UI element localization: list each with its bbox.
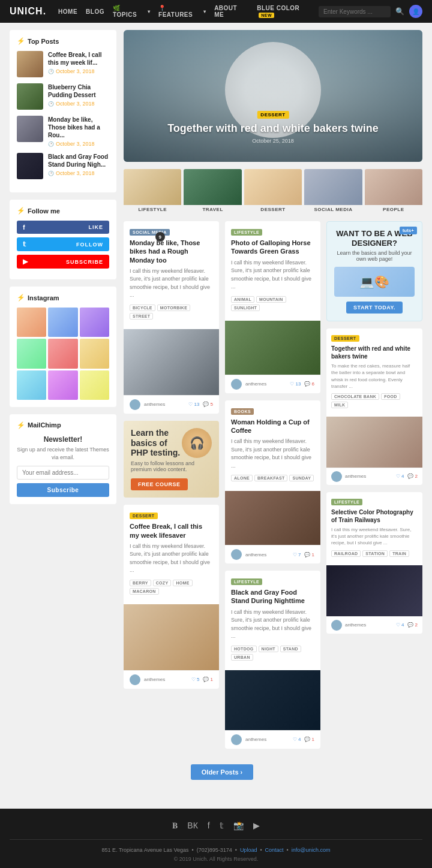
post-image[interactable] xyxy=(124,329,219,395)
tag[interactable]: ALONE xyxy=(231,475,253,481)
tag[interactable]: MOUNTAIN xyxy=(256,296,286,303)
post-image[interactable] xyxy=(124,604,219,670)
site-logo[interactable]: UNICH. xyxy=(10,6,46,17)
like-count: ♡ 4 xyxy=(293,737,301,742)
tag[interactable]: HOME xyxy=(173,580,192,586)
tag[interactable]: NIGHT xyxy=(259,646,278,652)
tag[interactable]: URBAN xyxy=(231,654,253,661)
behance-icon[interactable]: 𝐁 xyxy=(172,821,178,831)
post-category-badge[interactable]: LIFESTYLE xyxy=(231,229,262,236)
instagram-photo[interactable] xyxy=(17,339,46,368)
vk-icon[interactable]: ВК xyxy=(187,821,198,831)
post-card: SOCIAL MEDIA 9 Monday be like, Those bik… xyxy=(124,221,219,414)
post-card: LIFESTYLE Black and Gray Food Stand Duri… xyxy=(225,571,320,749)
tuts-ad-banner: tuts+ WANT TO BE A WEB DESIGNER? Learn t… xyxy=(326,221,422,321)
post-category-badge[interactable]: DESSERT xyxy=(331,335,359,342)
category-people[interactable]: PEOPLE xyxy=(365,169,422,214)
tag[interactable]: STAND xyxy=(280,646,301,652)
tag[interactable]: MOTORBIKE xyxy=(157,305,190,311)
nav-bluecolor[interactable]: BLUE COLOR NEW xyxy=(257,5,319,18)
tag[interactable]: MACARON xyxy=(130,588,159,595)
post-image[interactable] xyxy=(326,565,422,616)
post-thumbnail xyxy=(17,83,43,110)
tag[interactable]: CHOCOLATE BANK xyxy=(331,393,379,400)
category-travel[interactable]: TRAVEL xyxy=(184,169,241,214)
tag[interactable]: BREAKFAST xyxy=(254,475,287,481)
post-category-badge[interactable]: BOOKS xyxy=(231,408,254,415)
instagram-photo[interactable] xyxy=(17,308,46,337)
main-container: Top Posts Coffee Break, I call this my w… xyxy=(0,23,432,797)
instagram-photo[interactable] xyxy=(48,308,77,337)
post-image[interactable] xyxy=(225,491,320,545)
footer-contact-link[interactable]: Contact xyxy=(265,847,284,853)
tuts-start-button[interactable]: START TODAY. xyxy=(346,302,403,314)
nav-blog[interactable]: BLOG xyxy=(86,8,104,15)
subscribe-button[interactable]: Subscribe xyxy=(17,483,109,497)
list-item[interactable]: Blueberry Chia Pudding Dessert October 3… xyxy=(17,83,109,110)
category-lifestyle[interactable]: LIFESTYLE xyxy=(124,169,181,214)
author-avatar xyxy=(331,620,342,631)
comment-count: 💬 1 xyxy=(304,552,314,557)
youtube-follow-button[interactable]: ▶ SUBSCRIBE xyxy=(17,255,109,269)
nav-about[interactable]: ABOUT ME xyxy=(214,5,248,18)
author-avatar xyxy=(231,379,242,390)
nav-home[interactable]: HOME xyxy=(58,8,77,15)
post-footer: anthemes ♡ 13 💬 6 xyxy=(225,375,320,393)
tag[interactable]: STREET xyxy=(130,313,153,320)
twitter-icon[interactable]: 𝕥 xyxy=(220,821,224,831)
tag[interactable]: RAILROAD xyxy=(331,550,361,557)
footer-email-link[interactable]: info@unich.com xyxy=(292,847,331,853)
facebook-icon[interactable]: f xyxy=(208,821,210,831)
instagram-photo[interactable] xyxy=(48,339,77,368)
instagram-photo[interactable] xyxy=(48,370,77,400)
list-item[interactable]: Coffee Break, I call this my week lif...… xyxy=(17,51,109,77)
post-card: DESSERT Coffee Break, I call this my wee… xyxy=(124,505,219,689)
tag[interactable]: BERRY xyxy=(130,580,151,586)
tag[interactable]: HOTDOG xyxy=(231,646,257,652)
post-image[interactable] xyxy=(225,670,320,730)
right-sidebar: tuts+ WANT TO BE A WEB DESIGNER? Learn t… xyxy=(326,221,422,789)
category-label: LIFESTYLE xyxy=(124,205,181,214)
hero-banner[interactable]: DESSERT Together with red and white bake… xyxy=(124,30,422,162)
post-category-badge[interactable]: LIFESTYLE xyxy=(231,578,262,585)
post-category-badge[interactable]: DESSERT xyxy=(130,513,158,519)
facebook-follow-button[interactable]: f LIKE xyxy=(17,221,109,234)
navbar-right: 🔍 👤 xyxy=(319,5,422,18)
tag[interactable]: SUNLIGHT xyxy=(231,305,260,311)
list-item[interactable]: Monday be like, Those bikes had a Rou...… xyxy=(17,116,109,147)
list-item[interactable]: Black and Gray Food Stand During Nigh...… xyxy=(17,153,109,179)
tag[interactable]: COZY xyxy=(153,580,172,586)
post-image[interactable] xyxy=(326,417,422,468)
search-input[interactable] xyxy=(319,6,391,17)
tag[interactable]: MILK xyxy=(331,402,348,408)
top-posts-widget: Top Posts Coffee Break, I call this my w… xyxy=(10,30,116,192)
tag[interactable]: ANIMAL xyxy=(231,296,254,303)
tag[interactable]: BICYCLE xyxy=(130,305,155,311)
tag[interactable]: STATION xyxy=(362,550,388,557)
user-avatar[interactable]: 👤 xyxy=(409,5,422,18)
instagram-photo[interactable] xyxy=(80,308,109,337)
post-stats: ♡ 7 💬 1 xyxy=(293,552,314,557)
twitter-follow-button[interactable]: 𝕥 FOLLOW xyxy=(17,237,109,251)
search-button[interactable]: 🔍 xyxy=(395,7,404,16)
instagram-photo[interactable] xyxy=(80,370,109,400)
category-dessert[interactable]: DESSERT xyxy=(244,169,302,214)
mailchimp-title: MailChimp xyxy=(17,421,109,429)
tag[interactable]: SUNDAY xyxy=(289,475,314,481)
nav-features[interactable]: 📍 FEATURES xyxy=(158,5,206,18)
tag[interactable]: FOOD xyxy=(381,393,400,400)
category-social-media[interactable]: SOCIAL MEDIA xyxy=(304,169,362,214)
instagram-icon[interactable]: 📸 xyxy=(233,821,244,831)
footer-upload-link[interactable]: Upload xyxy=(240,847,257,853)
php-course-button[interactable]: FREE COURSE xyxy=(131,478,188,490)
post-image[interactable] xyxy=(225,321,320,375)
author-avatar xyxy=(130,399,140,410)
post-category-badge[interactable]: LIFESTYLE xyxy=(331,499,362,505)
youtube-icon[interactable]: ▶ xyxy=(253,821,260,831)
tag[interactable]: TRAIN xyxy=(389,550,409,557)
older-posts-button[interactable]: Older Posts › xyxy=(191,764,253,780)
nav-topics[interactable]: 🌿 TOPICS xyxy=(113,5,150,18)
instagram-photo[interactable] xyxy=(17,370,46,400)
email-field[interactable] xyxy=(17,466,109,480)
instagram-photo[interactable] xyxy=(80,339,109,368)
